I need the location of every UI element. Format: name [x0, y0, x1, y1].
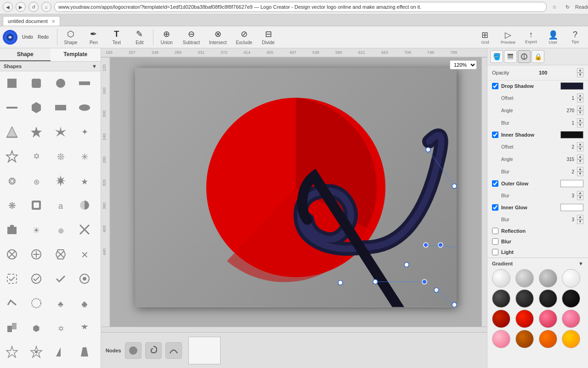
active-tab[interactable]: untitled document ✕: [3, 16, 60, 26]
user-btn[interactable]: 👤 User: [543, 28, 563, 46]
list-item[interactable]: [75, 196, 94, 214]
node-spiral-tool[interactable]: [145, 342, 162, 359]
list-item[interactable]: [3, 98, 21, 117]
gradient-swatch-10[interactable]: [515, 310, 534, 328]
list-item[interactable]: [3, 343, 21, 361]
inner-shadow-checkbox[interactable]: [492, 132, 498, 138]
effects-btn[interactable]: [518, 50, 531, 63]
tab-close-button[interactable]: ✕: [51, 19, 55, 24]
list-item[interactable]: [3, 147, 21, 166]
opacity-down[interactable]: ▼: [577, 73, 583, 77]
inner-shadow-angle-spinner[interactable]: ▲▼: [577, 155, 583, 164]
outer-glow-blur-spinner[interactable]: ▲▼: [577, 191, 583, 200]
list-item[interactable]: [51, 245, 70, 264]
gradient-dropdown-icon[interactable]: ▼: [578, 261, 583, 266]
gradient-swatch-14[interactable]: [515, 330, 534, 348]
list-item[interactable]: ✕: [75, 245, 94, 264]
gradient-swatch-8[interactable]: [562, 289, 580, 308]
node-circle-tool[interactable]: [125, 342, 141, 359]
gradient-swatch-1[interactable]: [492, 269, 510, 288]
union-tool-btn[interactable]: ⊕ Union: [155, 27, 178, 47]
grid-btn[interactable]: ⊞ Grid: [475, 28, 495, 46]
opacity-up[interactable]: ▲: [577, 68, 583, 73]
list-item[interactable]: [51, 343, 70, 361]
vertical-scrollbar[interactable]: [481, 58, 487, 327]
list-item[interactable]: [27, 74, 45, 92]
outer-glow-color[interactable]: [560, 180, 583, 187]
list-item[interactable]: [75, 98, 94, 117]
list-item[interactable]: [75, 220, 94, 239]
inner-shadow-color[interactable]: [560, 131, 583, 138]
list-item[interactable]: ★: [75, 172, 94, 190]
horizontal-scrollbar[interactable]: [101, 327, 487, 332]
canvas-content[interactable]: 120% 100% 150% 200%: [110, 58, 481, 327]
light-checkbox[interactable]: [492, 249, 498, 255]
list-item[interactable]: ❂: [3, 172, 21, 190]
drop-shadow-offset-spinner[interactable]: ▲▼: [577, 93, 583, 103]
export-btn[interactable]: ↑ Export: [521, 28, 541, 46]
home-button[interactable]: ⌂: [41, 2, 51, 12]
list-item[interactable]: [3, 318, 21, 337]
tips-btn[interactable]: ? Tips: [565, 28, 585, 46]
reader-button[interactable]: Reader: [575, 2, 585, 12]
list-item[interactable]: [51, 172, 70, 190]
list-item[interactable]: [27, 343, 45, 361]
gradient-swatch-4[interactable]: [562, 269, 580, 288]
list-item[interactable]: a: [51, 196, 70, 214]
list-item[interactable]: [3, 294, 21, 312]
lock-btn[interactable]: 🔒: [531, 50, 544, 63]
list-item[interactable]: [27, 270, 45, 288]
intersect-tool-btn[interactable]: ⊗ Intersect: [204, 27, 231, 47]
list-item[interactable]: ♣: [51, 294, 70, 312]
gradient-swatch-2[interactable]: [515, 269, 534, 288]
drop-shadow-blur-spinner[interactable]: ▲▼: [577, 118, 583, 127]
list-item[interactable]: [75, 270, 94, 288]
list-item[interactable]: [27, 196, 45, 214]
list-item[interactable]: [51, 98, 70, 117]
gradient-swatch-5[interactable]: [492, 289, 510, 308]
inner-glow-checkbox[interactable]: [492, 204, 498, 211]
inner-glow-color[interactable]: [560, 204, 583, 211]
list-item[interactable]: ❊: [51, 147, 70, 166]
edit-tool-btn[interactable]: ✎ Edit: [128, 27, 151, 47]
gradient-swatch-16[interactable]: [562, 330, 580, 348]
list-item[interactable]: ⬢: [27, 318, 45, 337]
subtract-tool-btn[interactable]: ⊖ Subtract: [178, 27, 204, 47]
inner-shadow-offset-spinner[interactable]: ▲▼: [577, 142, 583, 151]
list-item[interactable]: [75, 343, 94, 361]
list-item[interactable]: [27, 98, 45, 117]
list-item[interactable]: [27, 294, 45, 312]
inner-glow-blur-spinner[interactable]: ▲▼: [577, 215, 583, 224]
list-item[interactable]: ⊛: [27, 172, 45, 190]
list-item[interactable]: ☀: [27, 220, 45, 239]
drop-shadow-angle-spinner[interactable]: ▲▼: [577, 106, 583, 115]
tab-template[interactable]: Template: [51, 48, 101, 61]
shapes-dropdown-icon[interactable]: ▼: [92, 63, 97, 69]
drop-shadow-color[interactable]: [560, 82, 583, 90]
list-item[interactable]: [3, 270, 21, 288]
zoom-select[interactable]: 120% 100% 150% 200%: [450, 60, 477, 69]
preview-btn[interactable]: ▷ Preview: [497, 28, 519, 46]
gradient-swatch-6[interactable]: [515, 289, 534, 308]
list-item[interactable]: [3, 74, 21, 92]
bookmark-button[interactable]: ☆: [549, 2, 560, 12]
divide-tool-btn[interactable]: ⊟ Divide: [257, 27, 280, 47]
list-item[interactable]: ✡: [27, 147, 45, 166]
undo-button[interactable]: Undo: [20, 34, 35, 40]
reflection-checkbox[interactable]: [492, 228, 498, 234]
opacity-spinner[interactable]: ▲ ▼: [577, 68, 583, 77]
list-item[interactable]: [3, 220, 21, 239]
list-item[interactable]: ❋: [3, 196, 21, 214]
layers-btn[interactable]: [504, 50, 517, 63]
back-button[interactable]: ◀: [3, 2, 13, 12]
list-item[interactable]: [51, 270, 70, 288]
list-item[interactable]: ✦: [75, 123, 94, 141]
list-item[interactable]: ⊕: [51, 220, 70, 239]
reload-button[interactable]: ↺: [28, 2, 39, 12]
list-item[interactable]: [75, 74, 94, 92]
gradient-swatch-9[interactable]: [492, 310, 510, 328]
gradient-swatch-3[interactable]: [539, 269, 557, 288]
list-item[interactable]: ♣: [75, 294, 94, 312]
list-item[interactable]: [51, 123, 70, 141]
gradient-swatch-15[interactable]: [539, 330, 557, 348]
